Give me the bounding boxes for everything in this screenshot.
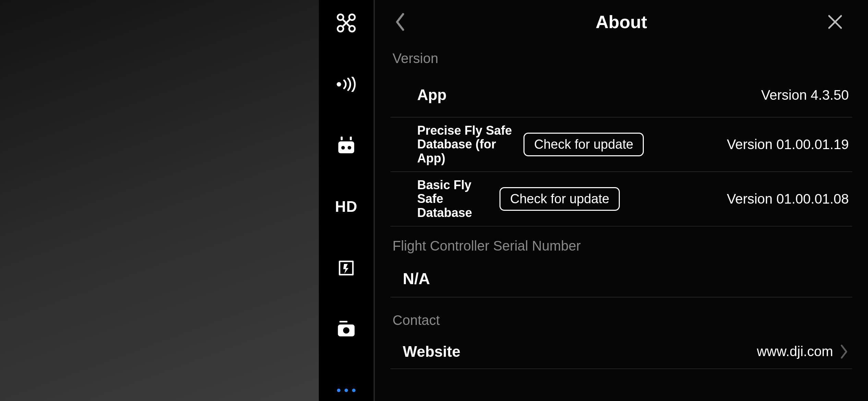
panel-body: Version App Version 4.3.50 Precise Fly S… — [375, 44, 868, 401]
svg-point-11 — [348, 146, 351, 149]
svg-rect-7 — [341, 137, 343, 140]
panel-header: About — [375, 0, 868, 44]
serial-number-value: N/A — [390, 260, 852, 297]
check-update-basic-button[interactable]: Check for update — [499, 187, 620, 211]
row-basic-flysafe: Basic Fly Safe Database Check for update… — [390, 172, 852, 227]
row-precise-flysafe: Precise Fly Safe Database (for App) Chec… — [390, 118, 852, 172]
sidebar-item-camera[interactable] — [334, 318, 359, 340]
chevron-right-icon — [839, 344, 849, 359]
svg-rect-13 — [339, 321, 347, 323]
back-button[interactable] — [389, 11, 411, 33]
app-version-value: Version 4.3.50 — [761, 87, 849, 103]
page-title: About — [595, 12, 647, 32]
chevron-left-icon — [394, 12, 406, 32]
row-app-version: App Version 4.3.50 — [390, 73, 852, 118]
svg-point-10 — [341, 146, 345, 149]
settings-sidebar: HD — [319, 0, 374, 401]
controller-icon — [336, 135, 356, 155]
app-label: App — [417, 86, 447, 104]
close-icon — [827, 14, 843, 30]
section-label-serial: Flight Controller Serial Number — [390, 227, 852, 260]
about-panel: About Version App Version 4.3.50 Precise… — [375, 0, 868, 401]
sidebar-item-signal[interactable] — [334, 74, 359, 95]
close-button[interactable] — [824, 11, 846, 33]
website-value: www.dji.com — [757, 344, 833, 359]
sidebar-item-hd[interactable]: HD — [334, 196, 359, 218]
aircraft-icon — [336, 13, 357, 33]
sidebar-item-aircraft[interactable] — [334, 12, 359, 34]
precise-db-label: Precise Fly Safe Database (for App) — [417, 124, 517, 165]
svg-point-15 — [343, 327, 350, 334]
hd-icon: HD — [335, 198, 358, 215]
svg-rect-9 — [338, 142, 354, 154]
basic-db-version-value: Version 01.00.01.08 — [727, 191, 849, 207]
sidebar-item-more[interactable] — [334, 379, 359, 401]
camera-preview-background — [0, 0, 319, 401]
website-label: Website — [403, 343, 460, 360]
sidebar-item-controller[interactable] — [334, 135, 359, 156]
signal-icon — [335, 77, 357, 92]
check-update-precise-button[interactable]: Check for update — [523, 133, 644, 156]
camera-icon — [336, 320, 356, 338]
precise-db-version-value: Version 01.00.01.19 — [727, 137, 849, 152]
section-label-contact: Contact — [390, 297, 852, 335]
basic-db-label: Basic Fly Safe Database — [417, 178, 493, 220]
section-label-version: Version — [390, 44, 852, 73]
more-icon — [337, 389, 355, 392]
svg-point-6 — [337, 82, 341, 86]
battery-icon — [337, 259, 355, 277]
row-website[interactable]: Website www.dji.com — [390, 335, 852, 369]
svg-rect-8 — [350, 137, 352, 140]
sidebar-item-battery[interactable] — [334, 257, 359, 279]
